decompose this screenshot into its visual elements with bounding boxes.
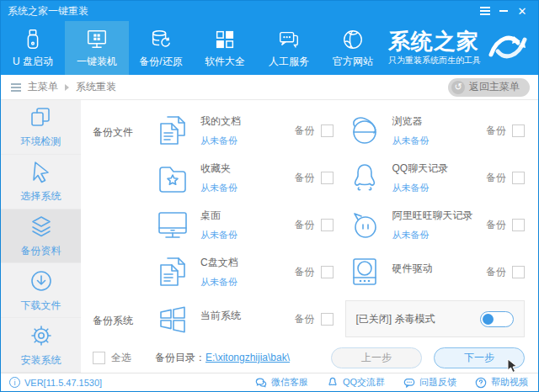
sidebar-item-install-system[interactable]: 安装系统: [1, 318, 81, 373]
backup-checkbox[interactable]: [321, 172, 334, 184]
sidebar-item-download-files[interactable]: 下载文件: [1, 263, 81, 318]
item-name: 收藏夹: [200, 162, 237, 176]
chat-service-icon: [277, 28, 301, 51]
nav-backup-restore[interactable]: 备份/还原: [129, 21, 193, 75]
backup-item-my-documents: 我的文档从未备份 备份: [153, 107, 334, 154]
hardware-driver-icon: [345, 253, 384, 290]
item-name: 当前系统: [200, 309, 241, 323]
nav-official-site[interactable]: 官方网站: [321, 21, 385, 75]
item-name: 浏览器: [392, 114, 430, 129]
feedback-bubble-icon: [403, 377, 415, 389]
backup-checkbox[interactable]: [321, 219, 334, 231]
brand-swoosh-icon: [486, 29, 530, 67]
apps-grid-icon: [213, 28, 237, 51]
backup-dir-link[interactable]: E:\xitongzhijia\bak\: [205, 352, 290, 363]
breadcrumb-root[interactable]: 主菜单: [28, 80, 58, 94]
backup-checkbox[interactable]: [321, 124, 334, 137]
select-all-label: 全选: [111, 351, 131, 365]
footer-link-label: 微信客服: [271, 376, 308, 389]
nav-one-click-install[interactable]: 一键装机: [65, 21, 129, 75]
documents-icon: [153, 112, 192, 149]
info-icon: i: [9, 377, 20, 388]
next-step-button[interactable]: 下一步: [434, 347, 525, 368]
backup-label: 备份: [295, 265, 315, 279]
back-to-main-menu-button[interactable]: ↺ 返回主菜单: [448, 78, 530, 97]
breadcrumb-arrow-icon: [65, 84, 69, 91]
top-nav: U 盘启动 一键装机 备份/还原 软件大全: [1, 21, 538, 75]
qq-icon: [327, 377, 339, 389]
antivirus-mode-box: [已关闭] 杀毒模式: [345, 300, 526, 337]
monitor-windows-icon: [85, 28, 109, 51]
wechat-support-link[interactable]: 微信客服: [255, 376, 308, 389]
item-name: 我的文档: [200, 114, 241, 129]
backup-label: 备份: [486, 265, 506, 279]
qq-group-link[interactable]: QQ交流群: [327, 376, 385, 389]
nav-customer-service[interactable]: 人工服务: [257, 21, 321, 75]
breadcrumb-current: 系统重装: [76, 80, 116, 94]
documents-icon: [153, 253, 192, 290]
folder-star-icon: [153, 159, 192, 196]
backup-checkbox[interactable]: [512, 124, 525, 137]
item-status[interactable]: 从未备份: [200, 182, 237, 194]
sidebar-item-select-system[interactable]: 选择系统: [1, 155, 81, 209]
gear-icon: [29, 323, 54, 348]
cursor-icon: [29, 159, 54, 184]
backup-item-favorites: 收藏夹从未备份 备份: [153, 154, 334, 201]
footer: i VER[11.5.47.1530] 微信客服 QQ交流群 问题反馈 帮助视频: [1, 373, 538, 391]
backup-label: 备份: [295, 124, 315, 138]
backup-checkbox[interactable]: [512, 172, 525, 184]
nav-software-collection[interactable]: 软件大全: [193, 21, 257, 75]
footer-link-label: 问题反馈: [419, 376, 456, 389]
item-name: QQ聊天记录: [392, 162, 449, 176]
feedback-link[interactable]: 问题反馈: [403, 376, 456, 389]
nav-label: 官方网站: [333, 55, 373, 69]
brand-tagline: 只为重装系统而生的工具: [388, 55, 481, 66]
select-all-checkbox[interactable]: [93, 352, 105, 364]
nav-label: 一键装机: [77, 55, 117, 69]
nav-label: 备份/还原: [139, 55, 182, 69]
wangwang-bubble-icon: [345, 206, 384, 243]
sidebar-item-env-check[interactable]: 环境检测: [1, 100, 81, 155]
list-icon: [11, 83, 21, 92]
item-status[interactable]: 从未备份: [200, 229, 237, 241]
close-icon[interactable]: ✕: [513, 3, 531, 19]
backup-item-desktop: 桌面从未备份 备份: [153, 201, 334, 248]
globe-icon: [341, 28, 365, 51]
help-video-link[interactable]: 帮助视频: [475, 376, 528, 389]
backup-checkbox[interactable]: [321, 266, 334, 278]
backup-checkbox[interactable]: [512, 266, 525, 278]
usb-drive-icon: [21, 28, 45, 51]
qq-penguin-icon: [345, 159, 384, 196]
toggle-knob: [483, 314, 494, 325]
previous-step-button[interactable]: 上一步: [331, 347, 422, 368]
breadcrumb: 主菜单 系统重装 ↺ 返回主菜单: [1, 75, 538, 100]
sidebar: 环境检测 选择系统 备份资料 下载文件: [1, 100, 81, 373]
version-text: VER[11.5.47.1530]: [24, 378, 102, 388]
item-status[interactable]: 从未备份: [200, 135, 241, 147]
antivirus-toggle[interactable]: [480, 311, 514, 327]
item-status[interactable]: 从未备份: [392, 135, 430, 147]
browser-icon: [345, 112, 384, 149]
download-icon: [29, 268, 54, 294]
nav-label: 软件大全: [205, 55, 245, 69]
item-status[interactable]: 从未备份: [392, 229, 473, 241]
backup-item-current-system: 当前系统 备份: [153, 295, 334, 342]
backup-checkbox[interactable]: [512, 219, 525, 231]
wechat-icon: [255, 377, 267, 389]
backup-label: 备份: [295, 171, 315, 185]
nav-usb-boot[interactable]: U 盘启动: [1, 21, 65, 75]
database-restore-icon: [149, 28, 173, 51]
title-bar: 系统之家一键重装 ✕: [1, 1, 538, 21]
sidebar-item-backup-data[interactable]: 备份资料: [1, 209, 81, 264]
pages-icon: [29, 104, 54, 130]
nav-label: U 盘启动: [13, 55, 53, 69]
backup-item-c-drive-docs: C盘文档从未备份 备份: [153, 248, 334, 295]
backup-checkbox[interactable]: [321, 313, 334, 326]
window-menu-icon[interactable]: [476, 3, 494, 19]
item-name: 阿里旺旺聊天记录: [392, 209, 473, 223]
backup-item-browser: 浏览器从未备份 备份: [345, 107, 526, 154]
minimize-icon[interactable]: [494, 3, 513, 19]
item-status[interactable]: 从未备份: [392, 182, 449, 194]
section-label-backup-system: 备份系统: [93, 295, 141, 342]
item-status[interactable]: 从未备份: [200, 276, 238, 289]
